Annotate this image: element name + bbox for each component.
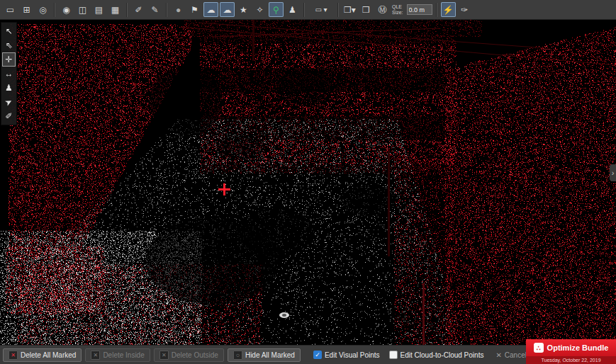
paint-select-icon[interactable]: ✐ (2, 109, 16, 123)
optimize-bundle-label: Optimize Bundle (547, 343, 609, 352)
checkbox-unchecked-icon[interactable] (389, 351, 398, 359)
delete-inside-icon: ✕ (91, 351, 100, 360)
sphere-icon[interactable]: ● (171, 2, 186, 17)
tag-icon[interactable]: ⚑ (187, 2, 202, 17)
edit-visual-points-label: Edit Visual Points (325, 351, 380, 359)
delete-outside-icon: ✕ (159, 351, 169, 360)
cancel-x-icon: ✕ (495, 351, 501, 359)
bottom-toolbar: ✕ Delete All Marked ✕ Delete Inside ✕ De… (0, 345, 616, 364)
person-view-icon[interactable]: ♟ (2, 81, 16, 95)
dual-panel-icon[interactable]: ◫ (75, 2, 90, 17)
selection-mode-dropdown[interactable]: ▭ ▾ (308, 2, 334, 17)
fly-nav-glyph: ➤ (4, 96, 14, 107)
toolbar-separator (436, 3, 437, 17)
edit-cloud-to-cloud-label: Edit Cloud-to-Cloud Points (401, 351, 484, 359)
hide-all-marked-button[interactable]: ◌ Hide All Marked (228, 348, 301, 362)
panel-expand-chevron[interactable]: › (610, 164, 616, 181)
status-date: Tuesday, October 22, 2019 (526, 356, 616, 364)
toolbar-separator (126, 3, 128, 17)
top-toolbar: ▭ ⊞ ◎ ◉ ◫ ▤ ▦ ✐ ✎ ● ⚑ ☁ ☁ ★ ✧ ⚲ ♟ ▭ ▾ ❒▾… (0, 0, 616, 20)
pan-move-icon[interactable]: ✛ (2, 52, 16, 67)
hide-all-marked-label: Hide All Marked (245, 351, 295, 359)
cancel-label: Cancel (505, 351, 527, 359)
cube-views-icon[interactable]: ❒▾ (342, 2, 357, 17)
bundle-icon: ∴ (534, 343, 544, 353)
cube-camera-icon[interactable]: ❒ (359, 2, 374, 17)
qle-label-line2: Size: (392, 10, 403, 16)
optimize-bundle-button[interactable]: ∴ Optimize Bundle (526, 339, 616, 356)
fly-nav-icon[interactable]: ➤ (2, 95, 16, 109)
qle-size-input[interactable] (407, 4, 432, 15)
toolbar-separator (303, 3, 305, 17)
delete-inside-button[interactable]: ✕ Delete Inside (85, 348, 150, 362)
qle-size-label: QLE Size: (392, 4, 403, 16)
select-cursor-icon[interactable]: ↖ (2, 24, 16, 38)
toolbar-separator (54, 3, 55, 17)
hide-all-marked-icon: ◌ (233, 351, 242, 360)
cancel-button[interactable]: ✕ Cancel (495, 351, 527, 359)
spray-icon[interactable]: ✑ (457, 2, 472, 17)
image-view-icon[interactable]: ▤ (91, 2, 106, 17)
point-cloud-viewport[interactable] (0, 20, 616, 346)
pick-point-icon[interactable]: ⇖ (2, 38, 16, 52)
edit-cloud-to-cloud-checkbox[interactable]: Edit Cloud-to-Cloud Points (389, 351, 484, 359)
toolbar-separator (337, 3, 339, 17)
delete-all-marked-label: Delete All Marked (21, 351, 76, 359)
left-toolbar: ↖ ⇖ ✛ ↔ ♟ ➤ ✐ (1, 22, 17, 125)
select-tool-icon[interactable]: ▭ (3, 2, 18, 17)
delete-all-marked-icon: ✕ (9, 351, 18, 360)
measure-distance-icon[interactable]: ↔ (2, 67, 16, 81)
eraser-icon[interactable]: ✐ (131, 2, 146, 17)
grid-layout-icon[interactable]: ▦ (108, 2, 123, 17)
mark-cloud-icon[interactable]: ☁ (203, 2, 218, 17)
delete-inside-label: Delete Inside (103, 351, 144, 359)
delete-outside-label: Delete Outside (172, 351, 218, 359)
delete-all-marked-button[interactable]: ✕ Delete All Marked (3, 348, 82, 362)
pin-icon[interactable]: ⚲ (269, 2, 284, 17)
mark-pen-icon[interactable]: ✎ (147, 2, 162, 17)
screen-display-icon[interactable]: ⊞ (19, 2, 34, 17)
checkbox-checked-icon[interactable]: ✓ (313, 351, 322, 359)
unmark-cloud-icon[interactable]: ☁ (220, 2, 235, 17)
draw-select-icon[interactable]: ✧ (252, 2, 267, 17)
qle-label-line1: QLE (392, 4, 403, 10)
edit-visual-points-checkbox[interactable]: ✓ Edit Visual Points (313, 351, 380, 359)
delete-outside-button[interactable]: ✕ Delete Outside (154, 348, 224, 362)
camera-icon[interactable]: ◉ (59, 2, 74, 17)
walk-mode-icon[interactable]: ♟ (285, 2, 300, 17)
toolbar-separator (166, 3, 167, 17)
optimize-bundle-panel: ∴ Optimize Bundle Tuesday, October 22, 2… (526, 339, 616, 364)
star-points-icon[interactable]: ★ (236, 2, 251, 17)
qle-mode-icon[interactable]: Ⓜ (375, 2, 390, 17)
flashlight-icon[interactable]: ⚡ (441, 2, 456, 17)
zoom-region-icon[interactable]: ◎ (35, 2, 50, 17)
